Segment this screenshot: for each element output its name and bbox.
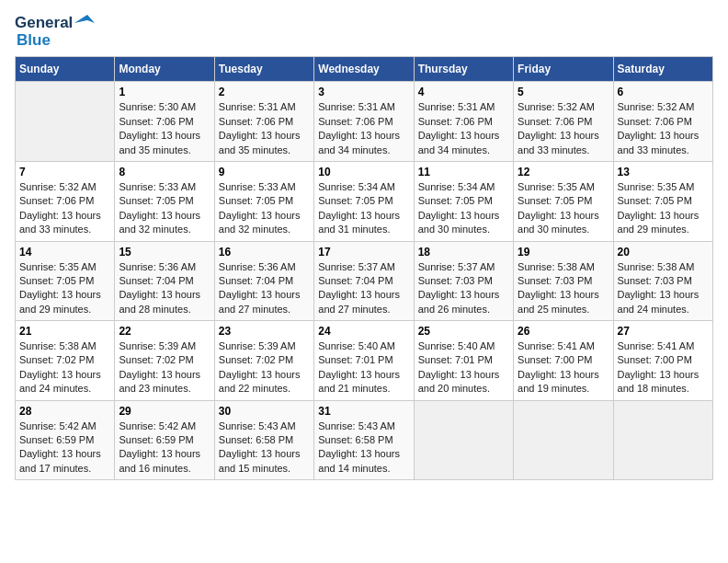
day-number: 16	[219, 246, 310, 259]
day-info: Sunrise: 5:31 AMSunset: 7:06 PMDaylight:…	[418, 100, 509, 157]
week-row-1: 7Sunrise: 5:32 AMSunset: 7:06 PMDaylight…	[16, 161, 713, 241]
calendar-cell: 25Sunrise: 5:40 AMSunset: 7:01 PMDayligh…	[414, 321, 513, 401]
calendar-cell: 31Sunrise: 5:43 AMSunset: 6:58 PMDayligh…	[314, 400, 414, 480]
day-info: Sunrise: 5:35 AMSunset: 7:05 PMDaylight:…	[518, 180, 609, 237]
calendar-cell: 21Sunrise: 5:38 AMSunset: 7:02 PMDayligh…	[16, 321, 115, 401]
calendar-cell: 13Sunrise: 5:35 AMSunset: 7:05 PMDayligh…	[613, 161, 712, 241]
calendar-cell: 19Sunrise: 5:38 AMSunset: 7:03 PMDayligh…	[514, 241, 613, 321]
day-number: 3	[318, 86, 409, 98]
calendar-cell: 12Sunrise: 5:35 AMSunset: 7:05 PMDayligh…	[514, 161, 613, 241]
day-info: Sunrise: 5:31 AMSunset: 7:06 PMDaylight:…	[318, 100, 409, 157]
week-row-0: 1Sunrise: 5:30 AMSunset: 7:06 PMDaylight…	[16, 82, 713, 162]
day-info: Sunrise: 5:34 AMSunset: 7:05 PMDaylight:…	[318, 180, 409, 237]
day-number: 7	[19, 166, 110, 178]
day-number: 9	[219, 166, 310, 178]
day-info: Sunrise: 5:40 AMSunset: 7:01 PMDaylight:…	[318, 339, 409, 396]
day-number: 18	[418, 246, 509, 259]
day-number: 14	[19, 246, 110, 259]
day-number: 17	[318, 246, 409, 259]
day-info: Sunrise: 5:35 AMSunset: 7:05 PMDaylight:…	[19, 260, 110, 317]
calendar-cell: 17Sunrise: 5:37 AMSunset: 7:04 PMDayligh…	[314, 241, 414, 321]
day-number: 20	[618, 246, 709, 259]
day-number: 5	[518, 86, 609, 98]
calendar-cell: 29Sunrise: 5:42 AMSunset: 6:59 PMDayligh…	[115, 400, 214, 480]
day-number: 11	[418, 166, 509, 178]
calendar-cell: 26Sunrise: 5:41 AMSunset: 7:00 PMDayligh…	[514, 321, 613, 401]
day-info: Sunrise: 5:40 AMSunset: 7:01 PMDaylight:…	[418, 339, 509, 396]
calendar-cell: 5Sunrise: 5:32 AMSunset: 7:06 PMDaylight…	[514, 82, 613, 162]
week-row-4: 28Sunrise: 5:42 AMSunset: 6:59 PMDayligh…	[16, 400, 713, 480]
day-info: Sunrise: 5:32 AMSunset: 7:06 PMDaylight:…	[19, 180, 110, 237]
day-info: Sunrise: 5:38 AMSunset: 7:03 PMDaylight:…	[618, 260, 709, 317]
calendar-cell: 10Sunrise: 5:34 AMSunset: 7:05 PMDayligh…	[314, 161, 414, 241]
calendar-cell	[514, 400, 613, 480]
calendar-cell: 24Sunrise: 5:40 AMSunset: 7:01 PMDayligh…	[314, 321, 414, 401]
day-number: 15	[119, 246, 210, 259]
week-row-3: 21Sunrise: 5:38 AMSunset: 7:02 PMDayligh…	[16, 321, 713, 401]
day-number: 26	[518, 325, 609, 338]
day-info: Sunrise: 5:36 AMSunset: 7:04 PMDaylight:…	[219, 260, 310, 317]
day-info: Sunrise: 5:33 AMSunset: 7:05 PMDaylight:…	[219, 180, 310, 237]
calendar-cell: 23Sunrise: 5:39 AMSunset: 7:02 PMDayligh…	[214, 321, 313, 401]
calendar-cell: 8Sunrise: 5:33 AMSunset: 7:05 PMDaylight…	[115, 161, 214, 241]
calendar-table: SundayMondayTuesdayWednesdayThursdayFrid…	[15, 56, 713, 480]
calendar-header: SundayMondayTuesdayWednesdayThursdayFrid…	[16, 57, 713, 82]
day-info: Sunrise: 5:35 AMSunset: 7:05 PMDaylight:…	[618, 180, 709, 237]
calendar-cell: 30Sunrise: 5:43 AMSunset: 6:58 PMDayligh…	[214, 400, 313, 480]
calendar-cell: 3Sunrise: 5:31 AMSunset: 7:06 PMDaylight…	[314, 82, 414, 162]
calendar-cell: 16Sunrise: 5:36 AMSunset: 7:04 PMDayligh…	[214, 241, 313, 321]
calendar-cell: 28Sunrise: 5:42 AMSunset: 6:59 PMDayligh…	[16, 400, 115, 480]
day-number: 27	[618, 325, 709, 338]
day-info: Sunrise: 5:43 AMSunset: 6:58 PMDaylight:…	[318, 419, 409, 477]
day-info: Sunrise: 5:31 AMSunset: 7:06 PMDaylight:…	[219, 100, 310, 157]
calendar-cell	[16, 82, 115, 162]
calendar-cell: 9Sunrise: 5:33 AMSunset: 7:05 PMDaylight…	[214, 161, 313, 241]
day-info: Sunrise: 5:32 AMSunset: 7:06 PMDaylight:…	[618, 100, 709, 157]
day-number: 31	[318, 405, 409, 418]
day-info: Sunrise: 5:37 AMSunset: 7:04 PMDaylight:…	[318, 260, 409, 317]
day-number: 19	[518, 246, 609, 259]
calendar-cell: 7Sunrise: 5:32 AMSunset: 7:06 PMDaylight…	[16, 161, 115, 241]
week-row-2: 14Sunrise: 5:35 AMSunset: 7:05 PMDayligh…	[16, 241, 713, 321]
day-info: Sunrise: 5:32 AMSunset: 7:06 PMDaylight:…	[518, 100, 609, 157]
day-number: 22	[119, 325, 210, 338]
day-number: 25	[418, 325, 509, 338]
day-info: Sunrise: 5:41 AMSunset: 7:00 PMDaylight:…	[618, 339, 709, 396]
day-number: 10	[318, 166, 409, 178]
day-number: 13	[618, 166, 709, 178]
header-thursday: Thursday	[414, 57, 513, 82]
day-info: Sunrise: 5:43 AMSunset: 6:58 PMDaylight:…	[219, 419, 310, 477]
calendar-cell	[414, 400, 513, 480]
day-number: 8	[119, 166, 210, 178]
calendar-body: 1Sunrise: 5:30 AMSunset: 7:06 PMDaylight…	[16, 82, 713, 480]
day-info: Sunrise: 5:34 AMSunset: 7:05 PMDaylight:…	[418, 180, 509, 237]
calendar-cell: 6Sunrise: 5:32 AMSunset: 7:06 PMDaylight…	[613, 82, 712, 162]
day-info: Sunrise: 5:39 AMSunset: 7:02 PMDaylight:…	[119, 339, 210, 396]
calendar-cell: 27Sunrise: 5:41 AMSunset: 7:00 PMDayligh…	[613, 321, 712, 401]
header-wednesday: Wednesday	[314, 57, 414, 82]
day-number: 24	[318, 325, 409, 338]
calendar-cell: 2Sunrise: 5:31 AMSunset: 7:06 PMDaylight…	[214, 82, 313, 162]
header-tuesday: Tuesday	[214, 57, 313, 82]
logo-bird-icon	[74, 15, 95, 31]
day-info: Sunrise: 5:39 AMSunset: 7:02 PMDaylight:…	[219, 339, 310, 396]
day-info: Sunrise: 5:36 AMSunset: 7:04 PMDaylight:…	[119, 260, 210, 317]
calendar-cell: 1Sunrise: 5:30 AMSunset: 7:06 PMDaylight…	[115, 82, 214, 162]
header-sunday: Sunday	[16, 57, 115, 82]
logo-blue: Blue	[17, 32, 51, 50]
day-info: Sunrise: 5:42 AMSunset: 6:59 PMDaylight:…	[19, 419, 110, 477]
day-number: 30	[219, 405, 310, 418]
header-monday: Monday	[115, 57, 214, 82]
day-info: Sunrise: 5:37 AMSunset: 7:03 PMDaylight:…	[418, 260, 509, 317]
day-number: 4	[418, 86, 509, 98]
day-number: 2	[219, 86, 310, 98]
calendar-cell: 11Sunrise: 5:34 AMSunset: 7:05 PMDayligh…	[414, 161, 513, 241]
calendar-cell: 20Sunrise: 5:38 AMSunset: 7:03 PMDayligh…	[613, 241, 712, 321]
calendar-cell	[613, 400, 712, 480]
calendar-cell: 14Sunrise: 5:35 AMSunset: 7:05 PMDayligh…	[16, 241, 115, 321]
day-number: 6	[618, 86, 709, 98]
day-number: 28	[19, 405, 110, 418]
day-number: 21	[19, 325, 110, 338]
logo: General Blue	[15, 15, 95, 49]
day-info: Sunrise: 5:42 AMSunset: 6:59 PMDaylight:…	[119, 419, 210, 477]
